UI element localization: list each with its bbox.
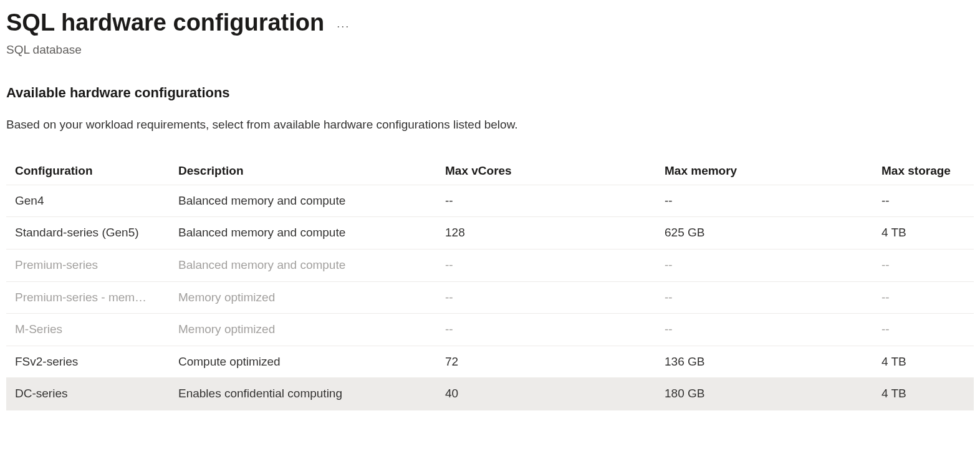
cell-description: Balanced memory and compute [170,217,436,250]
cell-config: Gen4 [6,185,170,217]
col-header-max-storage[interactable]: Max storage [873,157,974,185]
cell-config: Premium-series [6,249,170,281]
more-actions-icon[interactable]: ··· [337,11,350,34]
table-row[interactable]: Standard-series (Gen5)Balanced memory an… [6,217,974,250]
cell-config: M-Series [6,314,170,346]
cell-max-memory: 180 GB [656,378,873,410]
cell-description: Memory optimized [170,281,436,314]
cell-max-vcores: 128 [436,217,656,250]
cell-max-storage: -- [873,185,974,217]
cell-max-vcores: -- [436,249,656,281]
col-header-config[interactable]: Configuration [6,157,170,185]
cell-max-vcores: 40 [436,378,656,410]
cell-max-storage: 4 TB [873,378,974,410]
cell-config: Standard-series (Gen5) [6,217,170,250]
page-title: SQL hardware configuration [6,6,324,39]
cell-config: FSv2-series [6,346,170,378]
page-subtitle: SQL database [6,42,974,59]
cell-description: Memory optimized [170,314,436,346]
cell-max-memory: -- [656,281,873,314]
cell-max-memory: 625 GB [656,217,873,250]
cell-max-vcores: -- [436,185,656,217]
cell-max-memory: -- [656,314,873,346]
table-row[interactable]: Premium-seriesBalanced memory and comput… [6,249,974,281]
section-description: Based on your workload requirements, sel… [6,117,974,133]
col-header-max-memory[interactable]: Max memory [656,157,873,185]
col-header-max-vcores[interactable]: Max vCores [436,157,656,185]
table-header-row: Configuration Description Max vCores Max… [6,157,974,185]
cell-description: Compute optimized [170,346,436,378]
table-row[interactable]: FSv2-seriesCompute optimized72136 GB4 TB [6,346,974,378]
cell-config: DC-series [6,378,170,410]
cell-max-storage: 4 TB [873,217,974,250]
hardware-config-table: Configuration Description Max vCores Max… [6,157,974,410]
cell-max-vcores: 72 [436,346,656,378]
table-row[interactable]: Premium-series - mem…Memory optimized---… [6,281,974,314]
cell-config: Premium-series - mem… [6,281,170,314]
cell-max-storage: -- [873,249,974,281]
cell-max-storage: -- [873,314,974,346]
cell-max-memory: -- [656,185,873,217]
cell-description: Balanced memory and compute [170,185,436,217]
cell-max-storage: -- [873,281,974,314]
cell-max-storage: 4 TB [873,346,974,378]
section-heading: Available hardware configurations [6,84,974,103]
table-row[interactable]: DC-seriesEnables confidential computing4… [6,378,974,410]
cell-description: Balanced memory and compute [170,249,436,281]
table-row[interactable]: M-SeriesMemory optimized------ [6,314,974,346]
cell-max-memory: -- [656,249,873,281]
table-row[interactable]: Gen4Balanced memory and compute------ [6,185,974,217]
cell-max-memory: 136 GB [656,346,873,378]
cell-max-vcores: -- [436,281,656,314]
col-header-description[interactable]: Description [170,157,436,185]
cell-max-vcores: -- [436,314,656,346]
cell-description: Enables confidential computing [170,378,436,410]
